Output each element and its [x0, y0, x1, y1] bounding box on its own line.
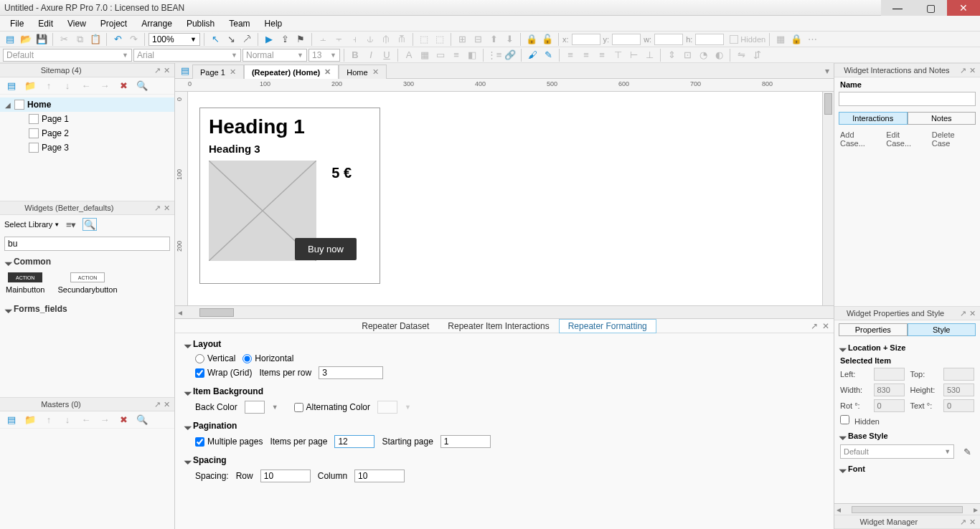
m-out-icon[interactable]: ←	[79, 414, 93, 426]
popout-icon[interactable]: ↗	[154, 204, 161, 213]
paint-format-icon[interactable]: 🖌	[525, 49, 540, 62]
cut-icon[interactable]: ✂	[57, 33, 71, 46]
search-tree-icon[interactable]: 🔍	[135, 80, 149, 92]
textrot-input[interactable]: 0	[943, 399, 974, 412]
spacing-section-head[interactable]: Spacing	[185, 455, 824, 465]
selection-mode-icon[interactable]: ↖	[208, 33, 222, 46]
popout-icon[interactable]: ↗	[154, 66, 161, 75]
text-color-icon[interactable]: A	[402, 49, 416, 62]
menu-file[interactable]: File	[4, 17, 29, 30]
itembg-section-head[interactable]: Item Background	[185, 386, 824, 396]
layout-section-head[interactable]: Layout	[185, 339, 824, 349]
indent-icon[interactable]: →	[98, 80, 112, 92]
close-panel-icon[interactable]: ✕	[969, 309, 976, 318]
maximize-button[interactable]: ▢	[914, 0, 947, 16]
align-center-icon[interactable]: ⫟	[331, 33, 346, 46]
tab-close-icon[interactable]: ✕	[324, 67, 331, 77]
multiple-pages-check[interactable]: Multiple pages	[195, 437, 263, 447]
tab-notes[interactable]: Notes	[908, 112, 976, 125]
y-input[interactable]	[612, 34, 641, 45]
underline-icon[interactable]: U	[380, 49, 394, 62]
close-button[interactable]: ✕	[947, 0, 980, 16]
close-panel-icon[interactable]: ✕	[164, 66, 170, 75]
tab-home[interactable]: Home✕	[339, 65, 386, 79]
save-icon[interactable]: 💾	[34, 33, 49, 46]
tab-close-icon[interactable]: ✕	[230, 67, 236, 77]
add-master-icon[interactable]: ▤	[4, 414, 19, 426]
border-icon[interactable]: ▭	[433, 49, 448, 62]
connector-icon[interactable]: ↘	[224, 33, 238, 46]
outdent-icon[interactable]: ←	[79, 80, 93, 92]
close-panel-icon[interactable]: ✕	[969, 518, 976, 527]
text-align-center-icon[interactable]: ≡	[579, 49, 593, 62]
bold-icon[interactable]: B	[348, 49, 362, 62]
tree-item-page1[interactable]: Page 1	[0, 112, 174, 126]
corner-icon[interactable]: ◔	[696, 49, 710, 62]
canvas[interactable]: Heading 1 Heading 3 5 € Buy now	[188, 92, 822, 305]
link-icon[interactable]: 🔗	[503, 49, 517, 62]
tab-repeater-dataset[interactable]: Repeater Dataset	[352, 319, 438, 333]
point-icon[interactable]: ⸕	[240, 33, 254, 46]
tree-item-home[interactable]: ◢Home	[0, 97, 174, 112]
dist-v-icon[interactable]: ⬚	[433, 33, 447, 46]
font-head[interactable]: Font	[840, 464, 974, 473]
padding-icon[interactable]: ⊡	[680, 49, 694, 62]
align-bottom-icon[interactable]: ⫚	[395, 33, 409, 46]
more-icon[interactable]: ⋯	[805, 33, 819, 46]
alternating-color-check[interactable]: Alternating Color	[294, 402, 370, 412]
font-size-select[interactable]: 13▼	[308, 49, 340, 62]
style-edit-icon[interactable]: ✎	[960, 445, 974, 458]
top-input[interactable]	[943, 368, 974, 381]
align-left-icon[interactable]: ⫠	[316, 33, 330, 46]
left-input[interactable]	[874, 368, 905, 381]
copy-icon[interactable]: ⧉	[72, 33, 87, 46]
price-label[interactable]: 5 €	[331, 165, 352, 181]
back-icon[interactable]: ⬇	[502, 33, 517, 46]
add-case-link[interactable]: Add Case...	[840, 130, 880, 148]
name-input[interactable]	[839, 92, 976, 106]
footnote-icon[interactable]: ▦	[773, 33, 788, 46]
widget-mainbutton[interactable]: ACTION Mainbutton	[6, 272, 44, 294]
close-panel-icon[interactable]: ✕	[822, 321, 829, 331]
widgets-filter-input[interactable]	[4, 237, 170, 251]
section-common[interactable]: Common	[0, 254, 174, 270]
minimize-button[interactable]: —	[881, 0, 914, 16]
align-top-icon[interactable]: ⫝	[363, 33, 377, 46]
add-page-icon[interactable]: ▤	[4, 80, 19, 92]
h-input[interactable]	[695, 34, 724, 45]
library-search-icon[interactable]: 🔍	[83, 218, 97, 231]
font-select[interactable]: Arial▼	[133, 49, 241, 62]
tab-style[interactable]: Style	[908, 323, 976, 336]
buy-now-button[interactable]: Buy now	[295, 238, 357, 260]
share-icon[interactable]: ⇪	[278, 33, 292, 46]
edit-case-link[interactable]: Edit Case...	[886, 130, 926, 148]
close-panel-icon[interactable]: ✕	[164, 204, 170, 213]
tabs-overflow-icon[interactable]: ▾	[825, 66, 834, 76]
rot-input[interactable]: 0	[874, 399, 905, 412]
unlock-icon[interactable]: 🔓	[540, 33, 555, 46]
move-up-icon[interactable]: ↑	[42, 80, 56, 92]
heading-3[interactable]: Heading 3	[209, 143, 371, 155]
m-in-icon[interactable]: →	[98, 414, 112, 426]
shadow-icon[interactable]: ◧	[465, 49, 479, 62]
items-per-row-input[interactable]	[319, 366, 383, 379]
publish-icon[interactable]: ⚑	[293, 33, 308, 46]
dist-h-icon[interactable]: ⬚	[417, 33, 431, 46]
fill-color-icon[interactable]: ▦	[418, 49, 432, 62]
menu-help[interactable]: Help	[259, 17, 288, 30]
add-master-folder-icon[interactable]: 📁	[23, 414, 37, 426]
m-delete-icon[interactable]: ✖	[116, 414, 131, 426]
redo-icon[interactable]: ↷	[126, 33, 141, 46]
text-align-left-icon[interactable]: ≡	[563, 49, 578, 62]
group-icon[interactable]: ⊞	[455, 33, 469, 46]
tab-home-icon[interactable]: ▤	[178, 65, 192, 77]
flip-h-icon[interactable]: ⇋	[734, 49, 748, 62]
tree-item-page2[interactable]: Page 2	[0, 126, 174, 140]
delete-case-link[interactable]: Delete Case	[932, 130, 974, 148]
undo-icon[interactable]: ↶	[110, 33, 125, 46]
vscrollbar[interactable]	[822, 92, 834, 305]
popout-icon[interactable]: ↗	[960, 309, 966, 318]
line-style-icon[interactable]: ≡	[449, 49, 463, 62]
menu-arrange[interactable]: Arrange	[136, 17, 178, 30]
tab-repeater-home[interactable]: (Repeater) (Home)✕	[244, 65, 339, 79]
